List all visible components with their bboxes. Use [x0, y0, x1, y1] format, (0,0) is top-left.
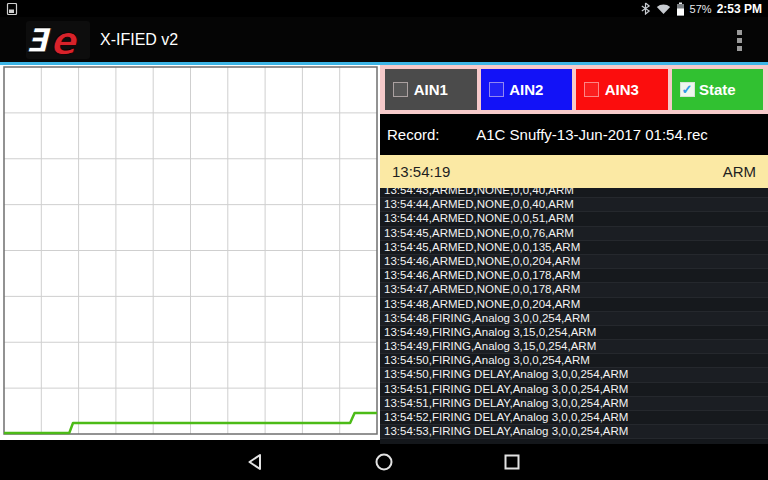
filter-button-state[interactable]: ✓State	[672, 69, 764, 110]
status-time: 2:53 PM	[717, 2, 762, 16]
log-row[interactable]: 13:54:48,FIRING,Analog 3,0,0,254,ARM	[380, 312, 768, 326]
app-title: X-IFIED v2	[100, 31, 178, 49]
log-row[interactable]: 13:54:47,ARMED,NONE,0,0,178,ARM	[380, 283, 768, 297]
filter-button-ain1[interactable]: AIN1	[385, 69, 477, 110]
battery-percent: 57%	[690, 3, 712, 15]
xe-logo: Ǝ e	[26, 21, 90, 59]
log-row[interactable]: 13:54:48,ARMED,NONE,0,0,204,ARM	[380, 298, 768, 312]
log-row[interactable]: 13:54:52,FIRING DELAY,Analog 3,0,0,254,A…	[380, 411, 768, 425]
app-screen: 57% 2:53 PM Ǝ e X-IFIED v2 AIN1AIN2AIN3✓…	[0, 0, 768, 480]
log-row[interactable]: 13:54:45,ARMED,NONE,0,0,135,ARM	[380, 241, 768, 255]
record-label: Record:	[387, 126, 440, 143]
unchecked-checkbox-icon[interactable]	[393, 82, 408, 97]
log-row[interactable]: 13:54:46,ARMED,NONE,0,0,178,ARM	[380, 269, 768, 283]
log-row[interactable]: 13:54:50,FIRING,Analog 3,0,0,254,ARM	[380, 354, 768, 368]
overflow-menu-icon[interactable]	[728, 24, 750, 56]
home-icon[interactable]	[374, 452, 394, 472]
back-icon[interactable]	[245, 452, 265, 472]
selected-entry-time: 13:54:19	[392, 163, 450, 180]
unchecked-checkbox-icon[interactable]	[584, 82, 599, 97]
log-row[interactable]: 13:54:50,FIRING DELAY,Analog 3,0,0,254,A…	[380, 368, 768, 382]
filter-button-label: AIN1	[414, 81, 448, 98]
log-panel: AIN1AIN2AIN3✓State Record: A1C Snuffy-13…	[380, 65, 768, 444]
log-row[interactable]: 13:54:51,FIRING DELAY,Analog 3,0,0,254,A…	[380, 383, 768, 397]
svg-text:e: e	[50, 21, 78, 59]
battery-icon	[676, 2, 685, 16]
filter-button-ain2[interactable]: AIN2	[481, 69, 573, 110]
log-row[interactable]: 13:54:44,ARMED,NONE,0,0,40,ARM	[380, 198, 768, 212]
screenshot-icon	[6, 3, 18, 15]
log-row[interactable]: 13:54:49,FIRING,Analog 3,15,0,254,ARM	[380, 340, 768, 354]
record-row: Record: A1C Snuffy-13-Jun-2017 01:54.rec	[380, 114, 768, 155]
filter-button-label: State	[699, 81, 736, 98]
app-bar: Ǝ e X-IFIED v2	[0, 17, 768, 62]
log-row[interactable]: 13:54:43,ARMED,NONE,0,0,40,ARM	[380, 188, 768, 198]
selected-log-entry[interactable]: 13:54:19 ARM	[380, 155, 768, 188]
recents-icon[interactable]	[502, 452, 522, 472]
filter-button-label: AIN3	[605, 81, 639, 98]
wifi-icon	[656, 3, 671, 15]
chart-panel[interactable]	[0, 65, 380, 440]
unchecked-checkbox-icon[interactable]	[489, 82, 504, 97]
filter-button-row: AIN1AIN2AIN3✓State	[380, 65, 768, 114]
log-row[interactable]: 13:54:45,ARMED,NONE,0,0,76,ARM	[380, 227, 768, 241]
log-row[interactable]: 13:54:44,ARMED,NONE,0,0,51,ARM	[380, 212, 768, 226]
bluetooth-icon	[640, 2, 651, 15]
log-row[interactable]: 13:54:51,FIRING DELAY,Analog 3,0,0,254,A…	[380, 397, 768, 411]
status-bar: 57% 2:53 PM	[0, 0, 768, 17]
filter-button-ain3[interactable]: AIN3	[576, 69, 668, 110]
log-row[interactable]: 13:54:49,FIRING,Analog 3,15,0,254,ARM	[380, 326, 768, 340]
checked-checkbox-icon[interactable]: ✓	[680, 82, 695, 97]
log-row[interactable]: 13:54:46,ARMED,NONE,0,0,204,ARM	[380, 255, 768, 269]
log-row[interactable]: 13:54:53,FIRING DELAY,Analog 3,0,0,254,A…	[380, 425, 768, 439]
selected-entry-state: ARM	[723, 163, 756, 180]
state-line-chart	[0, 65, 380, 440]
log-list[interactable]: 13:54:43,ARMED,NONE,0,0,40,ARM13:54:44,A…	[380, 188, 768, 444]
filter-button-label: AIN2	[509, 81, 543, 98]
